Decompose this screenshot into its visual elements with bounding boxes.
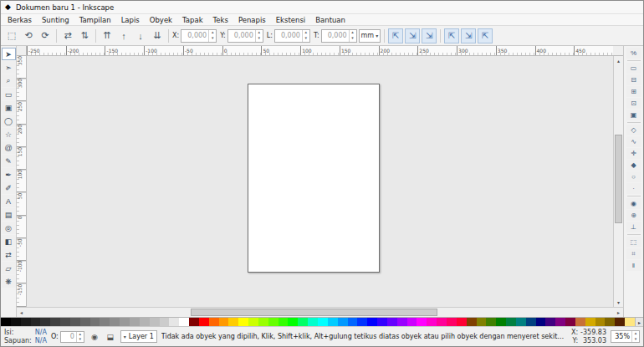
pencil-tool[interactable]: ✎ xyxy=(2,155,16,167)
spin-down-icon[interactable]: ▾ xyxy=(303,36,309,42)
color-swatch[interactable] xyxy=(506,318,516,326)
vertical-scroll-thumb[interactable] xyxy=(615,135,622,223)
color-swatch[interactable] xyxy=(219,318,229,326)
spiral-tool[interactable]: @ xyxy=(2,141,16,154)
snap-text-baseline-button[interactable]: ⊥ xyxy=(626,222,641,232)
layer-selector[interactable]: ▾ Layer 1 xyxy=(120,330,157,343)
color-swatch[interactable] xyxy=(308,318,318,326)
color-swatch[interactable] xyxy=(50,318,60,326)
color-swatch[interactable] xyxy=(279,318,289,326)
color-swatch[interactable] xyxy=(60,318,70,326)
color-swatch[interactable] xyxy=(496,318,506,326)
color-swatch[interactable] xyxy=(536,318,546,326)
color-swatch[interactable] xyxy=(238,318,248,326)
field-spinner[interactable]: 0,000▴▾ xyxy=(227,29,263,43)
color-swatch[interactable] xyxy=(477,318,487,326)
color-swatch[interactable] xyxy=(595,318,606,326)
field-spinner[interactable]: 0,000▴▾ xyxy=(274,29,310,43)
color-swatch[interactable] xyxy=(288,318,298,326)
snap-bbox-button[interactable]: ▭ xyxy=(626,63,641,74)
color-swatch[interactable] xyxy=(545,318,555,326)
fill-tool[interactable]: ◧ xyxy=(2,235,16,247)
zoom-control[interactable]: 35% ▴▾ xyxy=(611,330,640,343)
color-swatch[interactable] xyxy=(90,318,100,326)
calligraphy-tool[interactable]: ✐ xyxy=(2,181,16,194)
color-swatch[interactable] xyxy=(338,318,348,326)
snap-bbox-edges-button[interactable]: ⊟ xyxy=(626,74,641,85)
color-swatch[interactable] xyxy=(367,318,377,326)
snap-cusp-nodes-button[interactable]: ◆ xyxy=(626,160,641,171)
pen-tool[interactable]: ✒ xyxy=(2,168,16,181)
flip-horizontal-button[interactable]: ⇄ xyxy=(60,28,75,43)
color-swatch[interactable] xyxy=(298,318,308,326)
spinner-arrows-icon[interactable]: ▴▾ xyxy=(76,332,84,342)
menu-item-sunting[interactable]: Sunting xyxy=(37,15,74,25)
color-swatch[interactable] xyxy=(228,318,238,326)
color-swatch[interactable] xyxy=(110,318,120,326)
menu-item-penapis[interactable]: Penapis xyxy=(233,15,271,25)
scale-stroke-toggle[interactable]: ⇱ xyxy=(388,28,403,43)
eraser-tool[interactable]: ▱ xyxy=(2,262,16,274)
color-swatch[interactable] xyxy=(417,318,427,326)
color-swatch[interactable] xyxy=(605,318,615,326)
menu-item-teks[interactable]: Teks xyxy=(208,15,233,25)
snap-bbox-corners-button[interactable]: ⊞ xyxy=(626,86,641,97)
color-swatch[interactable] xyxy=(130,318,140,326)
star-tool[interactable]: ☆ xyxy=(2,128,16,140)
color-swatch[interactable] xyxy=(160,318,170,326)
color-swatch[interactable] xyxy=(189,318,199,326)
color-swatch[interactable] xyxy=(140,318,150,326)
color-swatch[interactable] xyxy=(516,318,526,326)
color-swatch[interactable] xyxy=(268,318,279,326)
snap-object-centers-button[interactable]: ◉ xyxy=(626,198,641,209)
color-swatch[interactable] xyxy=(31,318,41,326)
snap-paths-button[interactable]: ∿ xyxy=(626,136,641,147)
menu-item-bantuan[interactable]: Bantuan xyxy=(310,15,350,25)
color-swatch[interactable] xyxy=(40,318,50,326)
color-swatch[interactable] xyxy=(437,318,447,326)
selector-tool[interactable]: ➤ xyxy=(2,48,16,60)
gradient-tool[interactable]: ▤ xyxy=(2,208,16,221)
color-swatch[interactable] xyxy=(21,318,31,326)
vertical-scrollbar[interactable]: ▴ ▾ xyxy=(613,56,623,307)
color-swatch[interactable] xyxy=(318,318,328,326)
lower-button[interactable]: ↓ xyxy=(133,28,148,43)
menu-item-obyek[interactable]: Obyek xyxy=(145,15,177,25)
color-swatch[interactable] xyxy=(150,318,160,326)
color-swatch[interactable] xyxy=(427,318,437,326)
spinner-arrows-icon[interactable]: ▴▾ xyxy=(349,30,356,42)
snap-bbox-centers-button[interactable]: ▣ xyxy=(626,110,641,120)
color-swatch[interactable] xyxy=(555,318,565,326)
select-all-button[interactable]: ⬚ xyxy=(4,28,19,43)
palette-scroll-icon[interactable]: ▸ xyxy=(635,318,643,326)
raise-to-top-button[interactable]: ⇈ xyxy=(100,28,115,43)
color-swatch[interactable] xyxy=(467,318,477,326)
dropper-tool[interactable]: ◎ xyxy=(2,222,16,234)
menu-item-tapak[interactable]: Tapak xyxy=(177,15,208,25)
snap-bbox-edge-midpoints-button[interactable]: ⊡ xyxy=(626,98,641,109)
ellipse-tool[interactable]: ◯ xyxy=(2,115,16,127)
snap-page-border-button[interactable]: ⬚ xyxy=(626,237,641,247)
spin-down-icon[interactable]: ▾ xyxy=(350,36,356,42)
connector-tool[interactable]: ⇄ xyxy=(2,248,16,261)
layer-lock-icon[interactable]: ⬓ xyxy=(105,331,116,343)
snap-midpoints-button[interactable]: · xyxy=(626,183,641,194)
horizontal-scroll-track[interactable] xyxy=(26,308,614,317)
color-swatch[interactable] xyxy=(100,318,110,326)
text-tool[interactable]: A xyxy=(2,195,16,207)
color-swatch[interactable] xyxy=(407,318,417,326)
snap-smooth-nodes-button[interactable]: ○ xyxy=(626,171,641,182)
rectangle-tool[interactable]: ▭ xyxy=(2,88,16,100)
scroll-left-icon[interactable]: ◂ xyxy=(17,308,26,317)
fill-stroke-indicator[interactable]: Isi: N/A Sapuan: N/A xyxy=(4,329,47,345)
menu-item-tampilan[interactable]: Tampilan xyxy=(74,15,116,25)
spinner-arrows-icon[interactable]: ▴▾ xyxy=(302,30,309,42)
lower-to-bottom-button[interactable]: ⇊ xyxy=(150,28,165,43)
color-swatch[interactable] xyxy=(357,318,367,326)
color-swatch[interactable] xyxy=(457,318,467,326)
node-tool[interactable]: ➣ xyxy=(2,61,16,74)
opacity-spinner[interactable]: 0 ▴▾ xyxy=(60,331,84,343)
color-swatch[interactable] xyxy=(615,318,625,326)
color-swatch[interactable] xyxy=(169,318,179,326)
color-swatch[interactable] xyxy=(209,318,219,326)
